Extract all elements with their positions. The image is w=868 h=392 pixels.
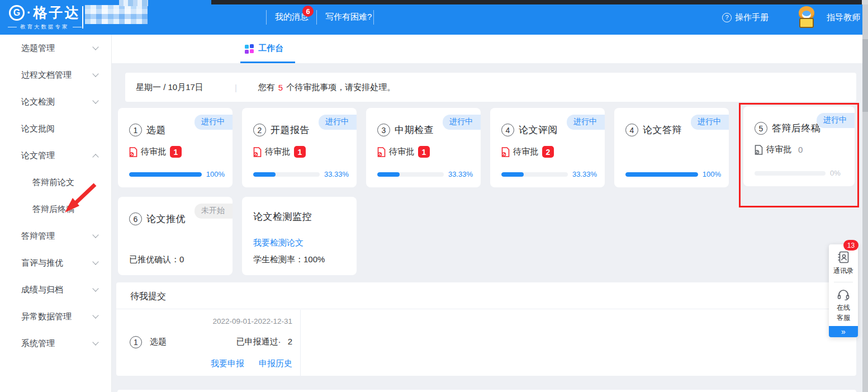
headset-icon[interactable]: [837, 289, 850, 300]
tagline-dash: [73, 27, 82, 27]
todo-item-topic: 2022-09-01-2022-12-31 1 选题 已申报通过· 2 我要申报…: [116, 310, 301, 376]
window-edge-strip: [211, 0, 862, 4]
chevron-down-icon: [92, 312, 98, 318]
document-approve-icon: [501, 147, 510, 157]
step-number: 1: [129, 124, 142, 136]
status-badge: 进行中: [817, 113, 855, 128]
card-title: 论文检测监控: [253, 210, 312, 223]
active-tab-underline: [240, 62, 295, 63]
mascot-avatar: [796, 6, 817, 29]
progress-percent: 0%: [830, 169, 847, 177]
online-service-label-line2[interactable]: 客服: [837, 313, 850, 323]
pending-approval-link[interactable]: 待审批 2: [501, 146, 596, 158]
annotation-highlight-box: 进行中 5 答辩后终稿 待审批 0 0%: [739, 103, 859, 207]
brand-logo: G · 格子达 教育大数据专家: [8, 3, 82, 31]
messages-count-badge: 6: [302, 6, 314, 17]
chevron-down-icon: [92, 97, 98, 103]
sidebar-item-abnormal-data[interactable]: 异常数据管理: [0, 303, 111, 330]
progress-percent: 100%: [703, 170, 721, 178]
floating-contact-widget: 通讯录 在线 客服 »: [829, 244, 858, 337]
status-badge: 进行中: [443, 115, 481, 130]
annotation-red-arrow: [60, 180, 101, 216]
document-approve-icon: [253, 147, 262, 157]
greeting-pre: 您有: [258, 82, 275, 93]
progress-percent: 33.33%: [324, 170, 349, 178]
redacted-school-name: [85, 5, 148, 24]
todo-panel-title: 待我提交: [116, 282, 856, 309]
status-badge: 进行中: [319, 115, 357, 130]
pending-approval-link[interactable]: 待审批 1: [129, 146, 224, 158]
pending-approval-link[interactable]: 待审批 0: [755, 144, 846, 155]
widget-collapse-button[interactable]: »: [829, 326, 858, 337]
sidebar-item-blind-review[interactable]: 盲评与推优: [0, 249, 111, 276]
chevron-down-icon: [92, 232, 98, 238]
top-header: G · 格子达 教育大数据专家 我的消息 6 写作有困难? ? 操作手册 指导教…: [0, 0, 868, 35]
tab-workbench[interactable]: 工作台: [245, 43, 283, 54]
online-service-label-line1[interactable]: 在线: [837, 303, 850, 313]
detection-rate-value: 100%: [303, 254, 325, 264]
contacts-label[interactable]: 通讯录: [833, 266, 853, 276]
sidebar-item-thesis-review[interactable]: 论文批阅: [0, 115, 111, 142]
status-badge: 进行中: [195, 115, 233, 130]
manual-link[interactable]: ? 操作手册: [722, 12, 769, 23]
teacher-role-label[interactable]: 指导教师: [827, 12, 860, 23]
card-title: 论文答辩: [643, 124, 682, 136]
tab-bar: 工作台: [112, 35, 868, 63]
progress-track: [625, 172, 698, 177]
stage-card-proposal: 进行中 2 开题报告 待审批 1 33.33%: [242, 108, 357, 187]
sidebar-item-process-docs[interactable]: 过程文档管理: [0, 62, 111, 88]
sidebar-item-thesis-management[interactable]: 论文管理: [0, 142, 111, 169]
todo-item-title: 选题: [150, 337, 167, 347]
logo-dot: ·: [27, 6, 31, 20]
pending-approval-link[interactable]: 待审批 1: [253, 146, 348, 158]
passed-label: 已申报通过·: [236, 337, 281, 346]
scrollbar-thumb[interactable]: [862, 39, 868, 112]
document-approve-icon: [755, 145, 763, 155]
progress-track: [253, 172, 320, 177]
card-title: 论文推优: [146, 212, 186, 225]
chevron-down-icon: [92, 44, 98, 50]
stage-card-review: 进行中 4 论文评阅 待审批 2 33.33%: [490, 108, 605, 187]
sidebar-item-topic-management[interactable]: 选题管理: [0, 35, 111, 62]
question-circle-icon: ?: [722, 13, 732, 22]
sidebar-item-thesis-check[interactable]: 论文检测: [0, 88, 111, 115]
pending-count: 5: [278, 83, 283, 92]
chevron-down-icon: [92, 285, 98, 291]
nav-divider: [266, 10, 267, 25]
card-title: 中期检查: [395, 124, 434, 136]
chevron-down-icon: [92, 339, 98, 345]
sidebar-item-system-management[interactable]: 系统管理: [0, 330, 111, 357]
status-badge: 进行中: [567, 115, 605, 130]
stage-card-post-defense-final: 进行中 5 答辩后终稿 待审批 0 0%: [743, 106, 855, 186]
card-detection-monitor: 论文检测监控 我要检测论文 学生检测率：100%: [242, 197, 357, 275]
approval-count-badge: 1: [294, 146, 306, 158]
step-number: 4: [501, 124, 514, 136]
brand-tagline: 教育大数据专家: [20, 23, 69, 31]
redacted-school-name-top: [119, 0, 148, 6]
stage-card-topic: 进行中 1 选题 待审批 1 100%: [118, 108, 233, 187]
progress-track: [501, 172, 568, 177]
greeting-bar: 星期一 / 10月17日 | 您有 5 个待审批事项，请安排处理。: [125, 73, 856, 102]
contacts-book-icon[interactable]: [837, 251, 850, 263]
card-title: 选题: [146, 124, 166, 136]
sidebar-item-defense-management[interactable]: 答辩管理: [0, 223, 111, 249]
chevron-up-icon: [92, 154, 98, 160]
nav-writing-help[interactable]: 写作有困难?: [325, 12, 372, 22]
step-number: 6: [129, 212, 142, 225]
status-badge: 进行中: [691, 115, 729, 130]
step-number: 3: [377, 124, 390, 136]
document-approve-icon: [129, 147, 137, 157]
greeting-post: 个待审批事项，请安排处理。: [286, 82, 395, 93]
progress-percent: 33.33%: [448, 170, 473, 178]
apply-link[interactable]: 我要申报: [211, 358, 244, 369]
progress-percent: 100%: [206, 170, 225, 178]
pending-approval-link[interactable]: 待审批 1: [377, 146, 472, 158]
sidebar-item-grades-archive[interactable]: 成绩与归档: [0, 276, 111, 303]
document-approve-icon: [377, 147, 386, 157]
manual-label: 操作手册: [735, 12, 769, 23]
check-thesis-link[interactable]: 我要检测论文: [253, 238, 303, 247]
approval-count-badge: 1: [418, 146, 430, 158]
apply-history-link[interactable]: 申报历史: [259, 358, 292, 369]
passed-value: 2: [288, 337, 292, 346]
progress-track: [755, 171, 826, 176]
